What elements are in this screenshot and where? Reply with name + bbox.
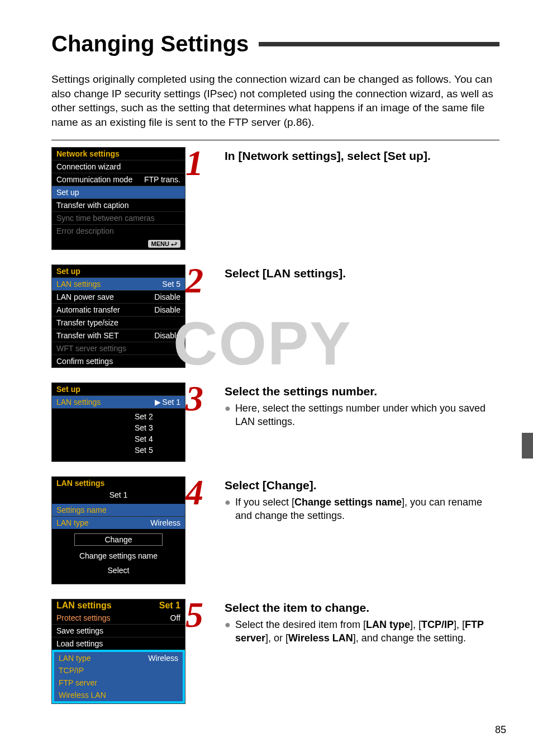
list-value: Wireless (139, 654, 178, 663)
list-item-disabled: Error description (56, 226, 180, 235)
lcd5-header-value: Set 1 (141, 601, 180, 611)
lcd-screen-4: LAN settings Set 1 Settings name LAN typ… (51, 476, 185, 584)
section-divider (51, 140, 499, 140)
step-5-body: Select the desired item from [LAN type],… (235, 618, 499, 645)
title-rule (259, 42, 499, 46)
list-item-disabled: Sync time between cameras (56, 214, 180, 223)
list-item: FTP server (59, 678, 178, 687)
menu-back-badge: MENU ⮐ (148, 240, 180, 248)
bullet-icon: ● (225, 401, 231, 429)
bullet-icon: ● (225, 618, 231, 645)
list-value: Wireless (141, 518, 180, 527)
step-3: Set up LAN settings ▶Set 1 Set 2 Set 3 S… (51, 382, 499, 462)
list-value: Disable (141, 305, 180, 314)
step-5: LAN settingsSet 1 Protect settingsOff Sa… (51, 599, 499, 704)
list-item: Settings name (56, 505, 180, 514)
list-value: FTP trans. (141, 175, 180, 184)
list-item: Transfer with caption (56, 201, 180, 210)
lcd1-header: Network settings (56, 149, 180, 158)
step-number-1: 1 (185, 147, 225, 179)
select-button: Select (52, 565, 185, 576)
lcd2-header: Set up (56, 267, 180, 276)
list-item: Connection wizard (56, 162, 180, 171)
step-number-3: 3 (185, 382, 225, 415)
list-item: Transfer with SET (56, 331, 141, 340)
selection-pointer-icon: ▶ (155, 398, 161, 407)
list-item: LAN type (56, 518, 141, 527)
option: Set 2 (52, 411, 185, 422)
list-value: Disable (141, 331, 180, 340)
lcd4-header: LAN settings (56, 479, 180, 488)
step-number-5: 5 (185, 599, 225, 631)
step-1: Network settings Connection wizard Commu… (51, 147, 499, 250)
list-item: LAN power save (56, 292, 141, 301)
list-value: Off (141, 613, 180, 622)
step-4-body: If you select [Change settings name], yo… (235, 495, 499, 523)
list-value: Disable (141, 292, 180, 301)
intro-paragraph: Settings originally completed using the … (51, 72, 499, 130)
step-number-2: 2 (185, 264, 225, 297)
page-side-tab (522, 433, 533, 459)
step-5-title: Select the item to change. (225, 601, 499, 615)
lcd-screen-3: Set up LAN settings ▶Set 1 Set 2 Set 3 S… (51, 382, 185, 462)
list-item: TCP/IP (59, 666, 178, 675)
option: Set 3 (52, 422, 185, 433)
step-4-title: Select [Change]. (225, 479, 499, 492)
list-item: Communication mode (56, 175, 141, 184)
list-item-selected: Set up (56, 188, 180, 197)
lcd3-label: LAN settings (56, 398, 155, 407)
lcd-screen-1: Network settings Connection wizard Commu… (51, 147, 185, 250)
lcd3-header: Set up (56, 385, 180, 394)
bullet-icon: ● (225, 495, 231, 523)
lcd-screen-5: LAN settingsSet 1 Protect settingsOff Sa… (51, 599, 185, 704)
step-3-body: Here, select the settings number under w… (235, 401, 499, 429)
list-item: Wireless LAN (59, 691, 178, 700)
lcd5-header: LAN settings (56, 601, 141, 611)
step-1-title: In [Network settings], select [Set up]. (225, 149, 499, 163)
lcd4-subtitle: Set 1 (52, 489, 185, 500)
list-item: Protect settings (56, 613, 141, 622)
list-item-disabled: WFT server settings (56, 344, 180, 353)
list-item: Transfer type/size (56, 318, 180, 327)
option-current: Set 5 (52, 445, 185, 456)
option: Set 4 (52, 433, 185, 445)
list-item: LAN type (59, 654, 139, 663)
page-number: 85 (495, 724, 506, 736)
step-2: Set up LAN settingsSet 5 LAN power saveD… (51, 264, 499, 368)
list-item: Automatic transfer (56, 305, 141, 314)
step-2-title: Select [LAN settings]. (225, 267, 499, 280)
option: Set 1 (162, 398, 180, 407)
step-3-title: Select the settings number. (225, 385, 499, 398)
page-title: Changing Settings (51, 31, 249, 56)
lcd-screen-2: Set up LAN settingsSet 5 LAN power saveD… (51, 264, 185, 368)
step-number-4: 4 (185, 476, 225, 509)
rename-button: Change settings name (52, 550, 185, 561)
list-item-selected: LAN settings (56, 280, 141, 289)
change-button: Change (74, 533, 163, 546)
list-item: Load settings (56, 639, 180, 648)
list-item: Save settings (56, 626, 180, 635)
list-item: Confirm settings (56, 357, 180, 366)
highlighted-group: LAN typeWireless TCP/IP FTP server Wirel… (52, 650, 185, 703)
step-4: LAN settings Set 1 Settings name LAN typ… (51, 476, 499, 584)
list-value: Set 5 (141, 280, 180, 289)
